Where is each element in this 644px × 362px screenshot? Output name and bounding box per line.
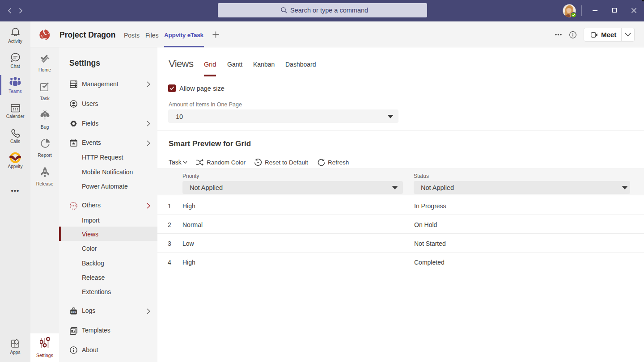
svg-text:LOG: LOG xyxy=(71,311,76,313)
